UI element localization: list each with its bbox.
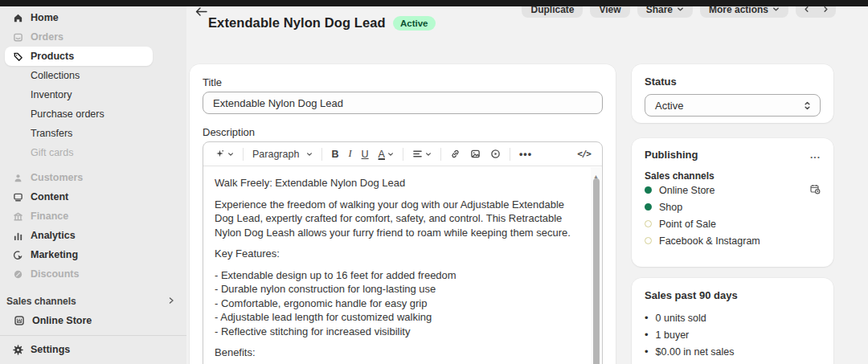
sales-channels-header[interactable]: Sales channels (6, 292, 175, 311)
show-html-button[interactable]: </> (574, 146, 594, 162)
channel-row-point-of-sale: Point of Sale (645, 215, 821, 232)
page-title: Extendable Nylon Dog Lead (208, 15, 386, 31)
sidebar-item-inventory[interactable]: Inventory (5, 85, 180, 104)
link-button[interactable] (447, 146, 464, 162)
link-icon (450, 149, 461, 159)
sidebar-item-customers[interactable]: Customers (5, 168, 180, 187)
sales-past-90-days-card: Sales past 90 days 0 units sold 1 buyer … (632, 278, 833, 364)
toolbar-more-button[interactable]: ••• (516, 146, 535, 162)
alignment-button[interactable] (409, 146, 435, 162)
chevron-down-icon (387, 151, 394, 157)
scrollbar-thumb[interactable] (593, 178, 600, 364)
home-icon (11, 11, 24, 24)
ai-magic-button[interactable] (211, 146, 237, 162)
description-label: Description (203, 126, 603, 138)
active-channel-dot (645, 203, 652, 211)
sidebar-item-label: Marketing (31, 249, 78, 260)
sidebar-divider (0, 335, 186, 336)
feature-line: - Extendable design up to 16 feet for ad… (215, 268, 581, 283)
sidebar-item-label: Analytics (31, 230, 76, 241)
status-card: Status Active (632, 64, 833, 123)
sidebar-item-orders[interactable]: Orders (5, 27, 180, 47)
sidebar-item-label: Inventory (31, 89, 72, 100)
chevron-down-icon (227, 151, 234, 157)
sidebar-item-purchase-orders[interactable]: Purchase orders (5, 104, 180, 124)
sidebar-item-label: Orders (31, 31, 63, 43)
chevron-down-icon (425, 151, 432, 157)
status-badge: Active (393, 16, 436, 31)
sidebar-item-transfers[interactable]: Transfers (5, 124, 180, 143)
sidebar-item-label: Customers (31, 172, 83, 183)
sidebar-item-content[interactable]: Content (5, 187, 180, 207)
underline-button[interactable]: U (358, 146, 372, 162)
description-content[interactable]: Walk Freely: Extendable Nylon Dog Lead E… (203, 166, 602, 364)
sidebar-item-discounts[interactable]: Discounts (5, 264, 180, 284)
feature-line: - Reflective stitching for increased vis… (215, 325, 581, 339)
bar-chart-icon (11, 229, 24, 242)
bank-icon (11, 210, 24, 223)
gear-icon (11, 343, 24, 356)
italic-button[interactable]: I (345, 145, 354, 162)
paragraph-style-dropdown[interactable]: Paragraph (249, 146, 316, 162)
text-color-button[interactable]: A (375, 146, 397, 162)
sidebar-item-settings[interactable]: Settings (5, 340, 180, 359)
sidebar: Home Orders Products Collections Invento… (0, 6, 186, 364)
feature-line: - Adjustable lead length for customized … (215, 310, 581, 325)
updown-chevron-icon (803, 100, 812, 111)
channel-row-online-store: Online Store (645, 182, 821, 198)
description-paragraph: Experience the freedom of walking your d… (215, 198, 581, 240)
inactive-channel-dot (645, 220, 652, 227)
sidebar-item-label: Home (31, 12, 59, 23)
channel-label: Online Store (659, 185, 714, 196)
sidebar-item-analytics[interactable]: Analytics (5, 226, 180, 245)
channel-label: Shop (659, 202, 682, 213)
schedule-icon[interactable] (809, 183, 821, 197)
publishing-card-title: Publishing (645, 149, 698, 161)
sales-card-title: Sales past 90 days (645, 289, 821, 301)
chevron-down-icon (772, 6, 780, 13)
bold-button[interactable]: B (328, 146, 342, 162)
sidebar-item-label: Online Store (32, 315, 92, 326)
paragraph-style-label: Paragraph (252, 149, 299, 160)
sidebar-item-gift-cards[interactable]: Gift cards (5, 143, 180, 162)
inactive-channel-dot (645, 237, 652, 244)
orders-icon (11, 31, 24, 43)
sidebar-item-label: Content (31, 191, 68, 202)
title-input[interactable] (203, 92, 603, 114)
align-left-icon (412, 149, 423, 159)
sidebar-item-collections[interactable]: Collections (5, 66, 180, 85)
publishing-menu-button[interactable]: ... (810, 149, 821, 161)
publishing-card: Publishing ... Sales channels Online Sto… (632, 138, 833, 267)
sidebar-item-products[interactable]: Products (5, 47, 153, 66)
editor-scrollbar[interactable]: ▲ (591, 167, 601, 364)
sidebar-item-home[interactable]: Home (5, 8, 180, 27)
insert-video-button[interactable] (487, 146, 504, 162)
image-icon (470, 149, 481, 159)
chevron-right-icon (167, 296, 175, 307)
status-select[interactable]: Active (645, 94, 821, 117)
chevron-down-icon (306, 151, 313, 157)
sidebar-item-label: Gift cards (31, 147, 74, 158)
sales-channels-label: Sales channels (6, 296, 76, 307)
text-color-glyph: A (379, 149, 385, 160)
features-title: Key Features: (215, 247, 581, 261)
sales-stat: $0.00 in net sales (645, 343, 821, 360)
sidebar-item-marketing[interactable]: Marketing (5, 245, 180, 264)
feature-line: - Comfortable, ergonomic handle for easy… (215, 297, 581, 311)
channel-row-facebook-instagram: Facebook & Instagram (645, 232, 821, 249)
channel-label: Facebook & Instagram (659, 235, 760, 247)
title-label: Title (203, 76, 603, 88)
status-card-title: Status (645, 76, 821, 88)
sidebar-item-finance[interactable]: Finance (5, 207, 180, 226)
shopify-product-page: Home Orders Products Collections Invento… (0, 0, 868, 364)
top-bar (0, 0, 868, 6)
storefront-icon (13, 314, 26, 327)
insert-image-button[interactable] (467, 146, 484, 162)
active-channel-dot (645, 186, 652, 194)
sparkle-icon (215, 149, 225, 159)
sidebar-item-online-store[interactable]: Online Store (5, 311, 180, 330)
tag-icon (11, 50, 24, 63)
product-details-card: Title Description Paragraph B I U (190, 64, 616, 364)
sales-stats-list: 0 units sold 1 buyer $0.00 in net sales (645, 309, 821, 360)
channel-row-shop: Shop (645, 198, 821, 215)
